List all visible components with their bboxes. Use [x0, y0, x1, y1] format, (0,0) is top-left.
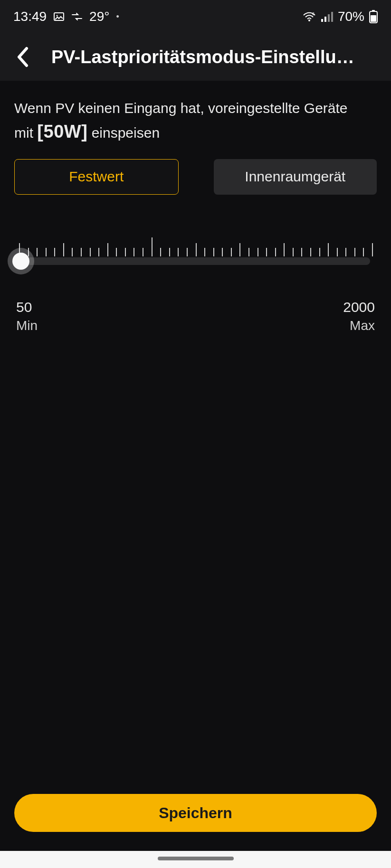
svg-rect-4 [321, 19, 323, 22]
page-title: PV-Lastprioritätsmodus-Einstellu… [51, 47, 378, 67]
description-value: [50W] [37, 122, 87, 142]
tab-indoor-device[interactable]: Innenraumgerät [214, 159, 377, 195]
description-text: Wenn PV keinen Eingang hat, voreingestel… [14, 98, 377, 145]
svg-point-2 [308, 19, 310, 21]
status-battery-text: 70% [338, 9, 364, 24]
svg-rect-7 [331, 12, 333, 22]
battery-icon [369, 10, 378, 23]
description-post: einspeisen [92, 125, 160, 141]
content: Wenn PV keinen Eingang hat, voreingestel… [0, 81, 391, 794]
tab-fixed-value[interactable]: Festwert [14, 159, 179, 195]
slider-track [21, 257, 370, 265]
slider-max-label: Max [343, 318, 375, 333]
save-button-label: Speichern [159, 804, 232, 822]
status-time: 13:49 [13, 9, 47, 24]
slider-min-label: Min [16, 318, 38, 333]
chevron-left-icon [16, 47, 29, 67]
slider-min-value: 50 [16, 299, 38, 315]
status-bar: 13:49 29° • 6 70% [0, 0, 391, 33]
svg-text:6: 6 [312, 11, 315, 16]
save-button[interactable]: Speichern [14, 794, 377, 832]
sync-icon [71, 12, 83, 21]
signal-icon [321, 11, 333, 22]
status-right: 6 70% [303, 9, 378, 24]
dot-icon: • [116, 12, 119, 22]
nav-handle[interactable] [158, 857, 234, 860]
nav-area [0, 851, 391, 868]
description-pre: mit [14, 125, 33, 141]
svg-rect-5 [324, 17, 326, 22]
app-bar: PV-Lastprioritätsmodus-Einstellu… [0, 33, 391, 81]
status-left: 13:49 29° • [13, 9, 119, 24]
slider-labels: 50 Min 2000 Max [14, 299, 377, 333]
slider-ticks [19, 237, 372, 256]
save-bar: Speichern [0, 794, 391, 851]
power-slider[interactable] [14, 237, 377, 294]
back-button[interactable] [13, 47, 32, 66]
slider-max-value: 2000 [343, 299, 375, 315]
svg-rect-6 [328, 14, 330, 22]
mode-tabs: Festwert Innenraumgerät [14, 159, 377, 195]
tab-indoor-label: Innenraumgerät [245, 169, 345, 185]
slider-thumb-inner [12, 253, 29, 270]
svg-point-1 [57, 15, 58, 17]
gallery-icon [53, 11, 65, 22]
tab-fixed-label: Festwert [69, 169, 124, 185]
svg-rect-10 [371, 15, 376, 22]
status-temp: 29° [89, 9, 109, 24]
wifi-icon: 6 [303, 11, 316, 22]
slider-thumb[interactable] [8, 248, 34, 274]
description-line1: Wenn PV keinen Eingang hat, voreingestel… [14, 100, 348, 116]
